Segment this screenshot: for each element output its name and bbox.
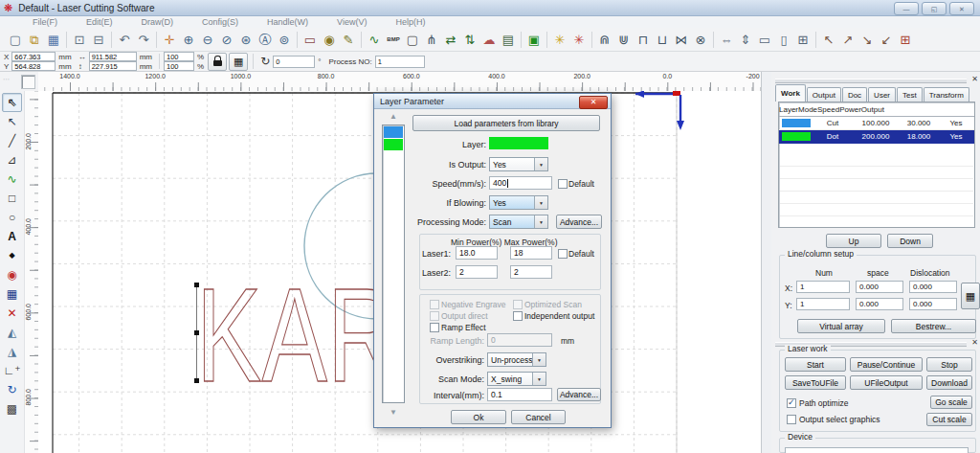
- chevron-down-icon[interactable]: ▼: [534, 158, 547, 170]
- draw-curve-icon[interactable]: ∿: [365, 30, 384, 49]
- restore-button[interactable]: ◱: [922, 2, 947, 15]
- layer-list-down-button[interactable]: ▼: [382, 406, 405, 419]
- layer-list-up-button[interactable]: ▲: [382, 110, 405, 123]
- tab-transform[interactable]: Transform: [924, 87, 969, 102]
- virtual-array-button[interactable]: Virtual array: [797, 319, 885, 333]
- align-center-icon[interactable]: ⊞: [896, 30, 915, 49]
- laser-dot-icon[interactable]: ✳: [569, 30, 589, 49]
- power-default-checkbox[interactable]: [558, 249, 568, 259]
- advance-button-2[interactable]: Advance...: [557, 388, 601, 401]
- laser2-min-input[interactable]: 2: [456, 265, 498, 279]
- cloud-mark-icon[interactable]: ☁: [479, 30, 499, 49]
- table-row[interactable]: Dot 200.000 18.000 Yes: [779, 130, 974, 144]
- panel-close-icon[interactable]: ✕: [971, 76, 978, 83]
- polyline-tool[interactable]: ⊿: [2, 150, 22, 170]
- processing-mode-combo[interactable]: Scan ▼: [489, 215, 548, 229]
- if-blowing-combo[interactable]: Yes ▼: [489, 195, 548, 210]
- zoom-text-icon[interactable]: Ⓐ: [256, 30, 275, 49]
- ramp-effect-checkbox[interactable]: [430, 323, 439, 332]
- path-edit-tool[interactable]: ∟⁺: [2, 361, 22, 380]
- save-to-ufile-button[interactable]: SaveToUFile: [785, 375, 846, 390]
- zoom-out-icon[interactable]: ⊖: [198, 30, 217, 49]
- interval-input[interactable]: 0.1: [487, 388, 552, 401]
- delete-tool[interactable]: ✕: [2, 304, 22, 323]
- laser2-max-input[interactable]: 2: [510, 265, 552, 279]
- cut-scale-button[interactable]: Cut scale: [926, 413, 972, 426]
- array-x-space-input[interactable]: 0.000: [856, 281, 903, 293]
- menu-handle[interactable]: Handle(W): [267, 17, 308, 27]
- export-file-icon[interactable]: ⊟: [89, 30, 108, 49]
- pin-tool[interactable]: ◉: [2, 265, 22, 284]
- draw-bmp-icon[interactable]: BMP: [384, 30, 403, 49]
- select-tool[interactable]: ⇖: [2, 93, 22, 112]
- menu-file[interactable]: File(F): [33, 17, 57, 27]
- bitmap-tool[interactable]: ▦: [2, 284, 22, 304]
- device-combo[interactable]: [785, 447, 969, 453]
- doc-notes-icon[interactable]: ▤: [499, 30, 518, 49]
- overstriking-combo[interactable]: Un-process ▼: [487, 352, 546, 367]
- menu-draw[interactable]: Draw(D): [142, 17, 174, 27]
- ramp-length-input[interactable]: 0: [487, 333, 552, 347]
- layer-table[interactable]: LayerModeSpeedPowerOutput Cut 100.000 30…: [778, 102, 975, 228]
- layer-swatch[interactable]: [384, 126, 403, 138]
- h-distribute-icon[interactable]: ⇄: [441, 30, 460, 49]
- table-row[interactable]: Cut 100.000 30.000 Yes: [779, 117, 974, 130]
- selection-handle[interactable]: [194, 283, 199, 287]
- menu-help[interactable]: Help(H): [395, 17, 425, 27]
- cancel-button[interactable]: Cancel: [511, 410, 566, 424]
- array-y-num-input[interactable]: 1: [796, 298, 850, 310]
- path-optimize-checkbox[interactable]: [787, 398, 796, 408]
- menu-edit[interactable]: Edit(E): [86, 17, 113, 27]
- text-tool[interactable]: A: [2, 227, 22, 246]
- selection-handle[interactable]: [194, 330, 199, 335]
- panel-splitter-bar[interactable]: [775, 79, 967, 83]
- zoom-all-icon[interactable]: ⊛: [236, 30, 256, 49]
- optimized-scan-checkbox[interactable]: [513, 300, 523, 309]
- scale-x-input[interactable]: 100: [164, 52, 194, 61]
- preview-display-icon[interactable]: ▣: [524, 30, 544, 49]
- rotate-icon[interactable]: ↻: [260, 55, 270, 68]
- line-tool[interactable]: ╱: [2, 131, 22, 150]
- negative-engrave-checkbox[interactable]: [430, 300, 439, 309]
- zoom-in-icon[interactable]: ⊕: [179, 30, 198, 49]
- panel-close-icon-2[interactable]: ✕: [971, 339, 978, 347]
- stop-button[interactable]: Stop: [926, 357, 972, 372]
- lock-aspect-button[interactable]: [208, 53, 227, 71]
- chevron-down-icon[interactable]: ▼: [532, 353, 546, 366]
- subtract-tool-icon[interactable]: ⊔: [653, 30, 672, 49]
- tab-work[interactable]: Work: [775, 84, 806, 102]
- open-file-icon[interactable]: ⧉: [25, 30, 44, 49]
- chevron-down-icon[interactable]: ▼: [534, 196, 547, 209]
- tab-user[interactable]: User: [868, 87, 896, 102]
- independent-output-checkbox[interactable]: [513, 311, 523, 321]
- bestrew-button[interactable]: Bestrew...: [891, 319, 976, 333]
- cross-tool-icon[interactable]: ⋓: [614, 30, 634, 49]
- advance-button-1[interactable]: Advance...: [556, 215, 602, 229]
- selection-handle[interactable]: [194, 378, 199, 383]
- select-rect-icon[interactable]: ▭: [301, 30, 320, 49]
- save-file-icon[interactable]: ▦: [44, 30, 63, 49]
- menu-view[interactable]: View(V): [337, 17, 367, 27]
- rotate-tool[interactable]: ↻: [2, 380, 22, 399]
- zoom-page-icon[interactable]: ⊚: [275, 30, 294, 49]
- menu-config[interactable]: Config(S): [202, 17, 238, 27]
- curve-tool[interactable]: ∿: [2, 170, 22, 189]
- pause-continue-button[interactable]: Pause/Continue: [850, 357, 923, 372]
- laser1-min-input[interactable]: 18.0: [456, 246, 498, 260]
- scale-y-input[interactable]: 100: [164, 61, 194, 71]
- dialog-title-bar[interactable]: Layer Parameter: [374, 94, 611, 109]
- ok-button[interactable]: Ok: [451, 410, 506, 424]
- redo-icon[interactable]: ↷: [134, 30, 153, 49]
- tab-test[interactable]: Test: [897, 87, 923, 102]
- minimize-button[interactable]: —: [894, 2, 919, 15]
- intersect-tool-icon[interactable]: ⋈: [672, 30, 691, 49]
- ellipse-tool[interactable]: ○: [2, 208, 22, 227]
- mirror-v-tool[interactable]: ◮: [2, 342, 22, 361]
- width-input[interactable]: 911.582: [89, 52, 137, 61]
- v-distribute-icon[interactable]: ⇅: [460, 30, 479, 49]
- close-button[interactable]: ✕: [949, 2, 974, 15]
- weld-tool-icon[interactable]: ⋒: [595, 30, 614, 49]
- download-button[interactable]: Download: [926, 375, 972, 390]
- laser-position-icon[interactable]: ✳: [550, 30, 569, 49]
- point-tool[interactable]: ◆: [2, 246, 22, 265]
